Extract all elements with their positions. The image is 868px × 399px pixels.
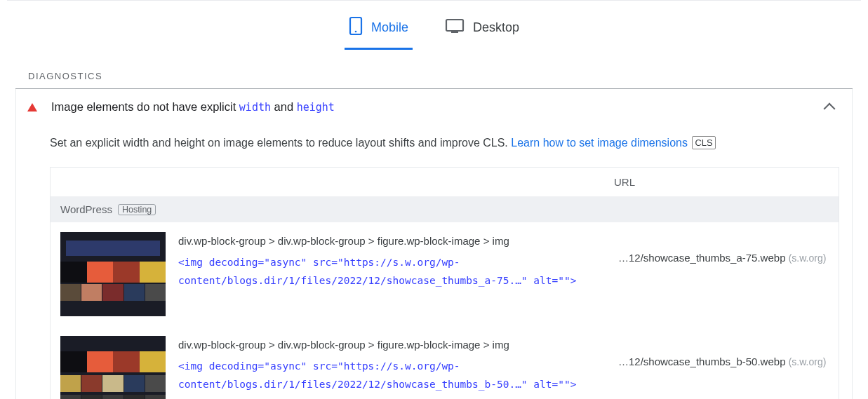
- section-title: DIAGNOSTICS: [15, 71, 853, 89]
- table-row: div.wp-block-group > div.wp-block-group …: [51, 326, 839, 399]
- url-link[interactable]: …12/showcase_thumbs_a-75.webp: [618, 252, 785, 264]
- tab-desktop-label: Desktop: [473, 20, 519, 35]
- svg-rect-3: [451, 32, 458, 33]
- url-domain: (s.w.org): [789, 356, 827, 367]
- selector-path: div.wp-block-group > div.wp-block-group …: [178, 336, 606, 354]
- url-link[interactable]: …12/showcase_thumbs_b-50.webp: [618, 356, 785, 367]
- selector-snippet: <img decoding="async" src="https://s.w.o…: [178, 253, 606, 291]
- selector-snippet: <img decoding="async" src="https://s.w.o…: [178, 357, 606, 395]
- svg-point-1: [355, 31, 357, 33]
- learn-more-link[interactable]: Learn how to set image dimensions: [511, 137, 688, 149]
- audit-desc-text: Set an explicit width and height on imag…: [50, 137, 511, 149]
- url-col: …12/showcase_thumbs_a-75.webp (s.w.org): [618, 232, 829, 267]
- warning-triangle-icon: [27, 103, 37, 111]
- audit-item: Image elements do not have explicit widt…: [15, 89, 853, 399]
- audit-title: Image elements do not have explicit widt…: [51, 100, 825, 114]
- thumbnail-a: [60, 232, 166, 316]
- audit-code-width: width: [239, 101, 271, 114]
- selector-path: div.wp-block-group > div.wp-block-group …: [178, 232, 606, 250]
- audit-code-height: height: [297, 101, 335, 114]
- table-header: URL: [51, 168, 839, 196]
- audit-description: Set an explicit width and height on imag…: [16, 125, 852, 167]
- details-table: URL WordPress Hosting div.wp-block-group…: [50, 167, 839, 399]
- group-row: WordPress Hosting: [51, 196, 839, 222]
- audit-toggle[interactable]: Image elements do not have explicit widt…: [16, 89, 852, 125]
- audit-title-text: Image elements do not have explicit: [51, 100, 239, 113]
- desktop-icon: [445, 18, 465, 37]
- hosting-badge: Hosting: [118, 204, 156, 215]
- selector-col: div.wp-block-group > div.wp-block-group …: [178, 232, 606, 290]
- tab-mobile-label: Mobile: [371, 20, 408, 35]
- url-domain: (s.w.org): [789, 252, 827, 264]
- mobile-icon: [349, 16, 363, 39]
- svg-rect-2: [446, 20, 463, 31]
- chevron-up-icon: [824, 102, 836, 114]
- table-row: div.wp-block-group > div.wp-block-group …: [51, 222, 839, 326]
- url-column-header: URL: [614, 176, 824, 188]
- selector-col: div.wp-block-group > div.wp-block-group …: [178, 336, 606, 394]
- audit-and: and: [271, 100, 297, 113]
- device-tabs: Mobile Desktop: [7, 0, 861, 50]
- tab-desktop[interactable]: Desktop: [441, 13, 523, 50]
- url-col: …12/showcase_thumbs_b-50.webp (s.w.org): [618, 336, 829, 371]
- tab-mobile[interactable]: Mobile: [345, 13, 413, 50]
- group-label: WordPress: [60, 203, 112, 215]
- thumbnail-b: [60, 336, 166, 399]
- cls-badge: CLS: [692, 136, 715, 149]
